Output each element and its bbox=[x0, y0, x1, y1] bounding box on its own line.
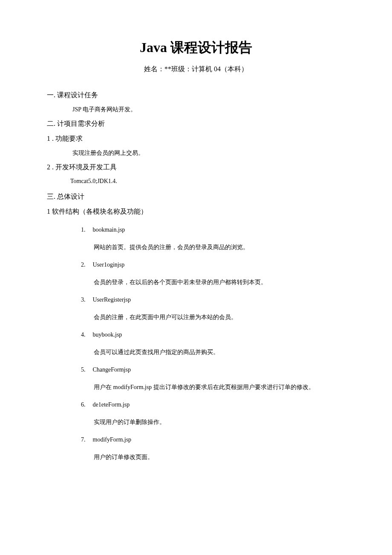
module-item-2: 2. User1oginjsp bbox=[47, 262, 345, 268]
module-name: de1eteForm.jsp bbox=[93, 401, 130, 408]
module-num: 4. bbox=[81, 331, 91, 338]
module-num: 2. bbox=[81, 262, 91, 268]
module-name: User1oginjsp bbox=[93, 262, 125, 268]
document-subtitle: 姓名：**班级：计算机 04（本科） bbox=[47, 65, 345, 74]
module-num: 3. bbox=[81, 296, 91, 303]
section-3-sub1-heading: 1 软件结构（各模块名称及功能） bbox=[47, 207, 345, 216]
module-num: 5. bbox=[81, 366, 91, 373]
module-name: buybook.jsp bbox=[93, 331, 122, 338]
section-2-heading: 二. 计项目需求分析 bbox=[47, 119, 345, 128]
module-name: UserRegisterjsp bbox=[93, 296, 131, 303]
module-desc-5: 用户在 modifyForm.jsp 提出订单修改的要求后在此页根据用户要求进行… bbox=[47, 384, 345, 391]
section-2-sub1-content: 实现注册会员的网上交易。 bbox=[47, 149, 345, 157]
section-2-sub2-heading: 2 . 开发环境及开发工具 bbox=[47, 163, 345, 172]
module-item-7: 7. modifyForm.jsp bbox=[47, 436, 345, 443]
module-desc-6: 实现用户的订单删除操作。 bbox=[47, 418, 345, 426]
section-1-heading: 一. 课程设计任务 bbox=[47, 91, 345, 100]
module-item-4: 4. buybook.jsp bbox=[47, 331, 345, 338]
module-item-1: 1. bookmain.jsp bbox=[47, 227, 345, 233]
module-num: 1. bbox=[81, 227, 91, 233]
module-item-6: 6. de1eteForm.jsp bbox=[47, 401, 345, 408]
module-desc-3: 会员的注册，在此页面中用户可以注册为本站的会员。 bbox=[47, 314, 345, 321]
module-item-5: 5. ChangeFormjsp bbox=[47, 366, 345, 373]
module-desc-1: 网站的首页。提供会员的注册，会员的登录及商品的浏览。 bbox=[47, 244, 345, 251]
section-2-sub1-heading: 1 . 功能要求 bbox=[47, 134, 345, 143]
section-2-sub2-content: Tomcat5.0;JDK1.4. bbox=[47, 178, 345, 185]
module-name: ChangeFormjsp bbox=[93, 366, 131, 373]
document-title: Java 课程设计报告 bbox=[47, 38, 345, 57]
module-name: modifyForm.jsp bbox=[93, 436, 132, 443]
section-3-heading: 三. 总体设计 bbox=[47, 192, 345, 201]
module-desc-2: 会员的登录，在以后的各个页面中若未登录的用户都将转到本页。 bbox=[47, 279, 345, 286]
module-num: 7. bbox=[81, 436, 91, 443]
module-name: bookmain.jsp bbox=[93, 227, 125, 233]
module-desc-4: 会员可以通过此页查找用户指定的商品并购买。 bbox=[47, 349, 345, 356]
module-num: 6. bbox=[81, 401, 91, 408]
module-item-3: 3. UserRegisterjsp bbox=[47, 296, 345, 303]
module-desc-7: 用户的订单修改页面。 bbox=[47, 453, 345, 461]
section-1-content: JSP 电子商务网站开发。 bbox=[47, 106, 345, 113]
